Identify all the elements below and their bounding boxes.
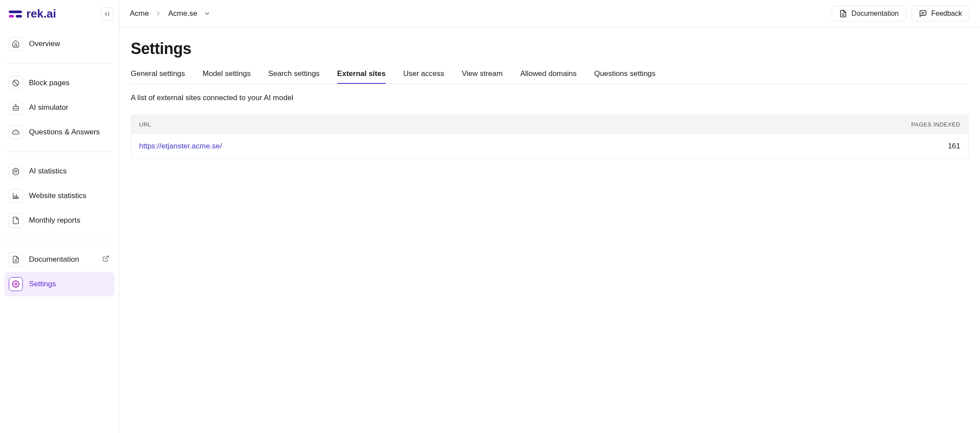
tabs: General settingsModel settingsSearch set… bbox=[131, 69, 969, 84]
file-text-icon bbox=[9, 253, 23, 267]
tab-allowed[interactable]: Allowed domains bbox=[520, 69, 577, 83]
logo[interactable]: rek.ai bbox=[9, 7, 56, 21]
svg-rect-14 bbox=[18, 197, 18, 199]
external-link-icon bbox=[102, 255, 109, 264]
sidebar-item-label: Settings bbox=[29, 280, 56, 289]
row-pages: 161 bbox=[948, 142, 960, 151]
cloud-question-icon: ? bbox=[9, 125, 23, 139]
sidebar-item-label: Questions & Answers bbox=[29, 128, 100, 137]
feedback-icon bbox=[919, 10, 927, 18]
topbar: Acme Acme.se Documentation Feedback bbox=[119, 0, 980, 27]
breadcrumb-site[interactable]: Acme.se bbox=[168, 9, 197, 18]
svg-point-5 bbox=[17, 108, 18, 109]
sidebar: rek.ai OverviewBlock pagesAI simulator?Q… bbox=[0, 0, 119, 433]
cog-badge-icon bbox=[9, 164, 23, 178]
sidebar-item-documentation[interactable]: Documentation bbox=[4, 247, 114, 272]
row-url[interactable]: https://etjanster.acme.se/ bbox=[139, 142, 222, 151]
nav-divider bbox=[4, 152, 114, 152]
top-actions: Documentation Feedback bbox=[832, 6, 969, 22]
robot-icon bbox=[9, 101, 23, 115]
sidebar-header: rek.ai bbox=[0, 0, 119, 27]
svg-rect-3 bbox=[13, 106, 18, 110]
tab-general[interactable]: General settings bbox=[131, 69, 185, 83]
sidebar-item-overview[interactable]: Overview bbox=[4, 32, 114, 56]
sidebar-item-block-pages[interactable]: Block pages bbox=[4, 71, 114, 95]
tab-model[interactable]: Model settings bbox=[203, 69, 251, 83]
svg-rect-12 bbox=[14, 196, 15, 198]
col-url: URL bbox=[139, 121, 151, 128]
svg-text:?: ? bbox=[15, 131, 17, 134]
tab-description: A list of external sites connected to yo… bbox=[131, 94, 969, 102]
gear-icon bbox=[9, 277, 23, 291]
svg-point-4 bbox=[14, 108, 15, 109]
sidebar-item-label: Overview bbox=[29, 40, 60, 48]
sidebar-item-ai-simulator[interactable]: AI simulator bbox=[4, 95, 114, 120]
nav-divider bbox=[4, 63, 114, 64]
breadcrumb-org[interactable]: Acme bbox=[130, 9, 149, 18]
table-header: URL PAGES INDEXED bbox=[131, 115, 968, 134]
sidebar-item-website-statistics[interactable]: Website statistics bbox=[4, 184, 114, 208]
main: Acme Acme.se Documentation Feedback bbox=[119, 0, 980, 433]
breadcrumb: Acme Acme.se bbox=[130, 9, 211, 18]
chevron-down-icon[interactable] bbox=[204, 10, 211, 17]
documentation-button[interactable]: Documentation bbox=[832, 6, 906, 22]
svg-point-18 bbox=[15, 283, 17, 285]
svg-point-7 bbox=[15, 105, 16, 105]
collapse-icon bbox=[104, 11, 111, 18]
sidebar-item-qa[interactable]: ?Questions & Answers bbox=[4, 120, 114, 144]
documentation-button-label: Documentation bbox=[851, 10, 899, 18]
tab-search[interactable]: Search settings bbox=[268, 69, 319, 83]
feedback-button-label: Feedback bbox=[931, 10, 962, 18]
tab-view[interactable]: View stream bbox=[462, 69, 503, 83]
sidebar-item-label: Documentation bbox=[29, 255, 79, 264]
sidebar-item-label: Website statistics bbox=[29, 191, 86, 200]
file-icon bbox=[9, 213, 23, 227]
logo-text: rek.ai bbox=[26, 7, 56, 21]
file-text-icon bbox=[839, 10, 847, 18]
sidebar-item-label: AI statistics bbox=[29, 167, 67, 176]
svg-rect-13 bbox=[16, 195, 17, 198]
logo-mark-icon bbox=[9, 8, 22, 20]
col-pages: PAGES INDEXED bbox=[911, 121, 960, 128]
sidebar-item-ai-statistics[interactable]: AI statistics bbox=[4, 159, 114, 184]
sidebar-item-label: AI simulator bbox=[29, 103, 68, 112]
feedback-button[interactable]: Feedback bbox=[912, 6, 969, 22]
collapse-sidebar-button[interactable] bbox=[100, 7, 114, 21]
external-sites-table: URL PAGES INDEXED https://etjanster.acme… bbox=[131, 115, 969, 159]
home-icon bbox=[9, 37, 23, 51]
tab-user[interactable]: User access bbox=[403, 69, 444, 83]
chevron-right-icon bbox=[155, 10, 162, 17]
page-title: Settings bbox=[131, 40, 969, 58]
svg-line-2 bbox=[14, 81, 18, 85]
nav-divider bbox=[4, 240, 114, 240]
svg-line-17 bbox=[105, 256, 108, 259]
tab-external[interactable]: External sites bbox=[337, 69, 386, 83]
content: Settings General settingsModel settingsS… bbox=[119, 27, 980, 171]
table-row: https://etjanster.acme.se/161 bbox=[131, 134, 968, 159]
tab-questions[interactable]: Questions settings bbox=[594, 69, 655, 83]
sidebar-item-label: Monthly reports bbox=[29, 216, 80, 225]
block-icon bbox=[9, 76, 23, 90]
sidebar-item-settings[interactable]: Settings bbox=[4, 272, 114, 296]
sidebar-item-monthly-reports[interactable]: Monthly reports bbox=[4, 208, 114, 233]
svg-point-9 bbox=[15, 170, 17, 173]
bar-chart-icon bbox=[9, 189, 23, 203]
sidebar-item-label: Block pages bbox=[29, 79, 70, 87]
